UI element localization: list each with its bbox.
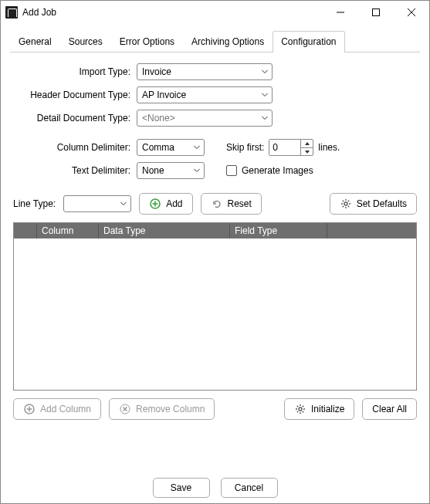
maximize-button[interactable]	[358, 1, 394, 24]
save-button-label: Save	[171, 482, 191, 493]
grid-header-blank	[14, 223, 37, 238]
skip-first-label: Skip first:	[226, 142, 264, 153]
add-column-button[interactable]: Add Column	[13, 398, 101, 420]
text-delimiter-value: None	[142, 165, 164, 176]
chevron-down-icon	[262, 117, 268, 120]
line-type-select[interactable]	[63, 195, 131, 212]
header-doc-type-label: Header Document Type:	[13, 90, 137, 100]
skip-first-spinner[interactable]	[269, 139, 313, 156]
generate-images-label: Generate Images	[242, 165, 313, 176]
svg-line-14	[342, 206, 343, 207]
chevron-down-icon	[120, 202, 127, 206]
svg-line-28	[303, 411, 303, 412]
minimize-button[interactable]	[323, 1, 358, 24]
text-delimiter-select[interactable]: None	[137, 162, 205, 179]
grid-header-column: Column	[37, 223, 99, 238]
grid-header-blank2	[327, 223, 416, 238]
line-type-label: Line Type:	[13, 198, 56, 209]
chevron-down-icon	[194, 169, 200, 173]
import-type-select[interactable]: Invoice	[137, 63, 273, 80]
import-type-label: Import Type:	[13, 66, 137, 77]
svg-line-12	[342, 201, 343, 201]
chevron-down-icon	[262, 70, 268, 74]
grid-header-datatype: Data Type	[99, 223, 230, 238]
initialize-button[interactable]: Initialize	[284, 398, 354, 420]
grid-header-fieldtype: Field Type	[230, 223, 327, 238]
column-delimiter-value: Comma	[142, 142, 174, 153]
column-delimiter-label: Column Delimiter:	[13, 142, 137, 153]
set-defaults-button[interactable]: Set Defaults	[330, 193, 417, 215]
skip-first-input[interactable]	[269, 140, 300, 155]
window-title: Add Job	[22, 7, 323, 18]
import-type-value: Invoice	[142, 66, 171, 77]
tab-configuration[interactable]: Configuration	[273, 31, 344, 52]
columns-grid[interactable]: Column Data Type Field Type	[13, 222, 417, 391]
svg-line-27	[297, 406, 298, 407]
reset-button-label: Reset	[228, 198, 252, 209]
spinner-up-button[interactable]	[301, 140, 313, 147]
add-button-label: Add	[166, 198, 182, 209]
remove-column-label: Remove Column	[136, 404, 205, 414]
tab-archiving-options[interactable]: Archiving Options	[183, 31, 273, 52]
gear-icon	[340, 198, 352, 210]
x-circle-icon	[119, 403, 131, 415]
remove-column-button[interactable]: Remove Column	[109, 398, 215, 420]
add-button[interactable]: Add	[139, 193, 192, 215]
lines-label: lines.	[318, 142, 340, 153]
svg-line-13	[347, 206, 348, 207]
plus-circle-icon	[149, 198, 161, 210]
clear-all-button[interactable]: Clear All	[362, 398, 417, 420]
clear-all-button-label: Clear All	[372, 404, 407, 414]
tab-error-options[interactable]: Error Options	[111, 31, 183, 52]
detail-doc-type-select[interactable]: <None>	[137, 110, 273, 127]
tab-general[interactable]: General	[10, 31, 60, 52]
column-delimiter-select[interactable]: Comma	[137, 139, 205, 156]
chevron-down-icon	[194, 146, 200, 150]
cancel-button-label: Cancel	[235, 482, 263, 493]
undo-arrow-icon	[211, 198, 223, 210]
svg-line-30	[303, 406, 303, 407]
set-defaults-button-label: Set Defaults	[357, 198, 407, 209]
add-column-label: Add Column	[40, 404, 91, 414]
svg-point-7	[344, 202, 347, 205]
cancel-button[interactable]: Cancel	[221, 478, 278, 498]
grid-header: Column Data Type Field Type	[14, 223, 416, 238]
grid-body[interactable]	[14, 238, 416, 391]
save-button[interactable]: Save	[153, 478, 210, 498]
tab-bar: General Sources Error Options Archiving …	[10, 30, 420, 52]
initialize-button-label: Initialize	[311, 404, 344, 414]
detail-doc-type-label: Detail Document Type:	[13, 113, 137, 123]
spinner-down-button[interactable]	[301, 147, 313, 155]
generate-images-checkbox[interactable]	[226, 165, 237, 176]
gear-icon	[294, 403, 306, 415]
text-delimiter-label: Text Delimiter:	[13, 165, 137, 176]
chevron-down-icon	[262, 93, 268, 97]
tab-sources[interactable]: Sources	[60, 31, 111, 52]
svg-line-29	[297, 411, 298, 412]
svg-point-22	[299, 408, 302, 411]
plus-circle-icon	[23, 403, 36, 415]
detail-doc-type-value: <None>	[142, 113, 175, 123]
svg-line-15	[347, 201, 348, 201]
close-button[interactable]	[394, 1, 429, 24]
header-doc-type-select[interactable]: AP Invoice	[137, 86, 273, 103]
svg-rect-1	[373, 9, 380, 16]
reset-button[interactable]: Reset	[201, 193, 262, 215]
header-doc-type-value: AP Invoice	[142, 90, 186, 100]
app-icon	[5, 6, 18, 19]
